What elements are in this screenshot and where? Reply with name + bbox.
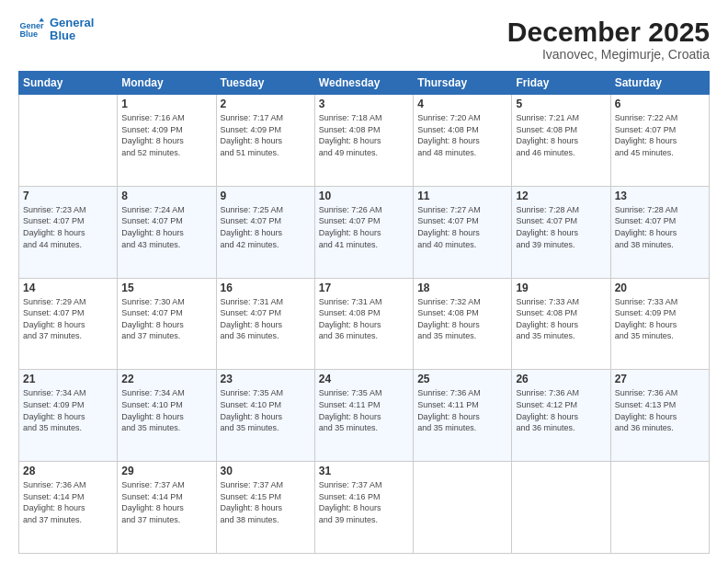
day-info: Sunrise: 7:35 AM Sunset: 4:11 PM Dayligh…: [319, 387, 409, 433]
day-header-friday: Friday: [512, 72, 610, 95]
calendar-cell: 9Sunrise: 7:25 AM Sunset: 4:07 PM Daylig…: [216, 186, 314, 278]
day-info: Sunrise: 7:31 AM Sunset: 4:08 PM Dayligh…: [319, 296, 409, 342]
day-info: Sunrise: 7:33 AM Sunset: 4:09 PM Dayligh…: [615, 296, 705, 342]
day-number: 15: [121, 282, 211, 294]
day-info: Sunrise: 7:37 AM Sunset: 4:16 PM Dayligh…: [319, 479, 409, 525]
calendar-cell: 11Sunrise: 7:27 AM Sunset: 4:07 PM Dayli…: [414, 186, 512, 278]
header: General Blue General Blue December 2025 …: [18, 17, 710, 62]
calendar-cell: 8Sunrise: 7:24 AM Sunset: 4:07 PM Daylig…: [118, 186, 216, 278]
calendar-cell: 21Sunrise: 7:34 AM Sunset: 4:09 PM Dayli…: [19, 370, 118, 462]
logo: General Blue General Blue: [18, 17, 94, 43]
day-number: 7: [23, 190, 113, 202]
calendar-cell: 10Sunrise: 7:26 AM Sunset: 4:07 PM Dayli…: [314, 186, 413, 278]
day-number: 2: [221, 98, 311, 110]
day-info: Sunrise: 7:36 AM Sunset: 4:12 PM Dayligh…: [516, 387, 606, 433]
calendar-cell: 16Sunrise: 7:31 AM Sunset: 4:07 PM Dayli…: [216, 278, 314, 370]
day-info: Sunrise: 7:33 AM Sunset: 4:08 PM Dayligh…: [516, 296, 606, 342]
day-info: Sunrise: 7:16 AM Sunset: 4:09 PM Dayligh…: [121, 112, 211, 158]
calendar-cell: 27Sunrise: 7:36 AM Sunset: 4:13 PM Dayli…: [610, 370, 709, 462]
calendar-week-3: 14Sunrise: 7:29 AM Sunset: 4:07 PM Dayli…: [19, 278, 710, 370]
day-info: Sunrise: 7:36 AM Sunset: 4:14 PM Dayligh…: [23, 479, 113, 525]
calendar-cell: [512, 462, 610, 554]
day-info: Sunrise: 7:29 AM Sunset: 4:07 PM Dayligh…: [23, 296, 113, 342]
day-info: Sunrise: 7:20 AM Sunset: 4:08 PM Dayligh…: [417, 112, 507, 158]
day-number: 23: [221, 373, 311, 385]
day-number: 20: [615, 282, 705, 294]
day-number: 28: [23, 465, 113, 477]
day-info: Sunrise: 7:27 AM Sunset: 4:07 PM Dayligh…: [417, 204, 507, 250]
day-number: 21: [23, 373, 113, 385]
svg-marker-2: [39, 18, 44, 22]
day-number: 16: [221, 282, 311, 294]
calendar-cell: 6Sunrise: 7:22 AM Sunset: 4:07 PM Daylig…: [610, 95, 709, 187]
calendar-cell: 28Sunrise: 7:36 AM Sunset: 4:14 PM Dayli…: [19, 462, 118, 554]
svg-text:Blue: Blue: [19, 30, 38, 40]
day-header-wednesday: Wednesday: [314, 72, 413, 95]
calendar-cell: 4Sunrise: 7:20 AM Sunset: 4:08 PM Daylig…: [414, 95, 512, 187]
day-number: 9: [221, 190, 311, 202]
day-info: Sunrise: 7:28 AM Sunset: 4:07 PM Dayligh…: [615, 204, 705, 250]
calendar-cell: 31Sunrise: 7:37 AM Sunset: 4:16 PM Dayli…: [314, 462, 413, 554]
day-info: Sunrise: 7:28 AM Sunset: 4:07 PM Dayligh…: [516, 204, 606, 250]
day-number: 19: [516, 282, 606, 294]
calendar-cell: 15Sunrise: 7:30 AM Sunset: 4:07 PM Dayli…: [118, 278, 216, 370]
day-info: Sunrise: 7:34 AM Sunset: 4:10 PM Dayligh…: [121, 387, 211, 433]
calendar-cell: 18Sunrise: 7:32 AM Sunset: 4:08 PM Dayli…: [414, 278, 512, 370]
subtitle: Ivanovec, Megimurje, Croatia: [507, 47, 710, 62]
day-number: 27: [615, 373, 705, 385]
svg-text:General: General: [19, 21, 44, 30]
day-info: Sunrise: 7:23 AM Sunset: 4:07 PM Dayligh…: [23, 204, 113, 250]
calendar-cell: 25Sunrise: 7:36 AM Sunset: 4:11 PM Dayli…: [414, 370, 512, 462]
calendar-cell: 13Sunrise: 7:28 AM Sunset: 4:07 PM Dayli…: [610, 186, 709, 278]
calendar-cell: 19Sunrise: 7:33 AM Sunset: 4:08 PM Dayli…: [512, 278, 610, 370]
calendar-cell: 30Sunrise: 7:37 AM Sunset: 4:15 PM Dayli…: [216, 462, 314, 554]
calendar-cell: 24Sunrise: 7:35 AM Sunset: 4:11 PM Dayli…: [314, 370, 413, 462]
page: General Blue General Blue December 2025 …: [0, 0, 728, 563]
calendar-cell: [414, 462, 512, 554]
logo-line2: Blue: [50, 29, 94, 42]
calendar-week-1: 1Sunrise: 7:16 AM Sunset: 4:09 PM Daylig…: [19, 95, 710, 187]
day-info: Sunrise: 7:26 AM Sunset: 4:07 PM Dayligh…: [319, 204, 409, 250]
day-info: Sunrise: 7:31 AM Sunset: 4:07 PM Dayligh…: [221, 296, 311, 342]
day-info: Sunrise: 7:22 AM Sunset: 4:07 PM Dayligh…: [615, 112, 705, 158]
calendar-cell: 5Sunrise: 7:21 AM Sunset: 4:08 PM Daylig…: [512, 95, 610, 187]
calendar-cell: 26Sunrise: 7:36 AM Sunset: 4:12 PM Dayli…: [512, 370, 610, 462]
day-info: Sunrise: 7:21 AM Sunset: 4:08 PM Dayligh…: [516, 112, 606, 158]
day-header-thursday: Thursday: [414, 72, 512, 95]
day-number: 8: [121, 190, 211, 202]
calendar-cell: 22Sunrise: 7:34 AM Sunset: 4:10 PM Dayli…: [118, 370, 216, 462]
day-number: 30: [221, 465, 311, 477]
day-number: 17: [319, 282, 409, 294]
calendar-cell: 23Sunrise: 7:35 AM Sunset: 4:10 PM Dayli…: [216, 370, 314, 462]
day-header-tuesday: Tuesday: [216, 72, 314, 95]
day-number: 13: [615, 190, 705, 202]
day-number: 5: [516, 98, 606, 110]
calendar-week-4: 21Sunrise: 7:34 AM Sunset: 4:09 PM Dayli…: [19, 370, 710, 462]
title-area: December 2025 Ivanovec, Megimurje, Croat…: [507, 17, 710, 62]
logo-line1: General: [50, 17, 94, 29]
day-info: Sunrise: 7:32 AM Sunset: 4:08 PM Dayligh…: [417, 296, 507, 342]
calendar-cell: 2Sunrise: 7:17 AM Sunset: 4:09 PM Daylig…: [216, 95, 314, 187]
day-info: Sunrise: 7:18 AM Sunset: 4:08 PM Dayligh…: [319, 112, 409, 158]
day-info: Sunrise: 7:17 AM Sunset: 4:09 PM Dayligh…: [221, 112, 311, 158]
day-number: 14: [23, 282, 113, 294]
calendar-cell: 1Sunrise: 7:16 AM Sunset: 4:09 PM Daylig…: [118, 95, 216, 187]
day-info: Sunrise: 7:37 AM Sunset: 4:14 PM Dayligh…: [121, 479, 211, 525]
day-number: 3: [319, 98, 409, 110]
day-number: 10: [319, 190, 409, 202]
calendar-week-2: 7Sunrise: 7:23 AM Sunset: 4:07 PM Daylig…: [19, 186, 710, 278]
day-number: 4: [417, 98, 507, 110]
calendar-cell: 29Sunrise: 7:37 AM Sunset: 4:14 PM Dayli…: [118, 462, 216, 554]
day-number: 31: [319, 465, 409, 477]
logo-icon: General Blue: [18, 17, 44, 42]
day-number: 22: [121, 373, 211, 385]
day-header-saturday: Saturday: [610, 72, 709, 95]
day-info: Sunrise: 7:25 AM Sunset: 4:07 PM Dayligh…: [221, 204, 311, 250]
day-number: 11: [417, 190, 507, 202]
day-info: Sunrise: 7:35 AM Sunset: 4:10 PM Dayligh…: [221, 387, 311, 433]
day-number: 26: [516, 373, 606, 385]
day-header-monday: Monday: [118, 72, 216, 95]
calendar-cell: 14Sunrise: 7:29 AM Sunset: 4:07 PM Dayli…: [19, 278, 118, 370]
day-header-sunday: Sunday: [19, 72, 118, 95]
calendar-cell: [610, 462, 709, 554]
